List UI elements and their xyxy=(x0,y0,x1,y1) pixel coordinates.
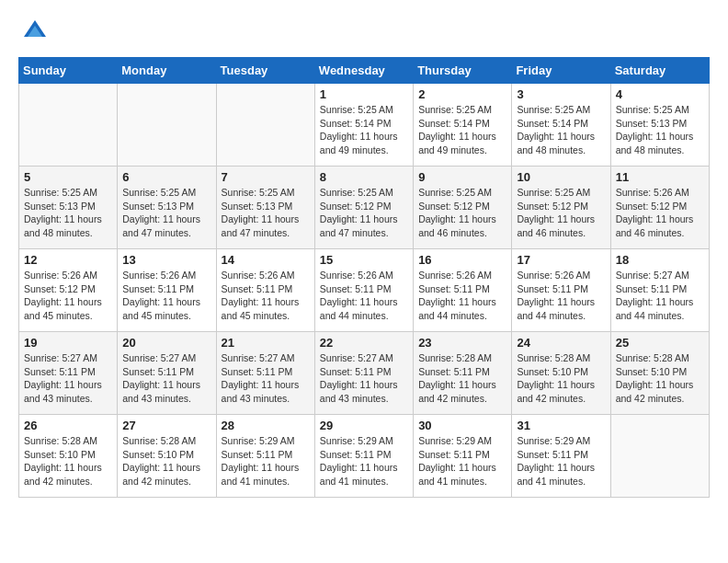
day-info: Sunrise: 5:27 AM Sunset: 5:11 PM Dayligh… xyxy=(24,351,112,406)
day-number: 4 xyxy=(616,87,704,101)
day-info: Sunrise: 5:25 AM Sunset: 5:14 PM Dayligh… xyxy=(418,103,506,157)
calendar-cell: 6 Sunrise: 5:25 AM Sunset: 5:13 PM Dayli… xyxy=(118,167,216,249)
calendar-cell xyxy=(216,84,314,167)
day-info: Sunrise: 5:29 AM Sunset: 5:11 PM Dayligh… xyxy=(418,434,506,488)
day-number: 9 xyxy=(418,170,506,184)
calendar-cell xyxy=(19,84,118,167)
day-info: Sunrise: 5:25 AM Sunset: 5:13 PM Dayligh… xyxy=(122,186,210,240)
day-info: Sunrise: 5:28 AM Sunset: 5:10 PM Dayligh… xyxy=(616,351,704,406)
calendar-cell: 24 Sunrise: 5:28 AM Sunset: 5:10 PM Dayl… xyxy=(512,332,610,415)
day-info: Sunrise: 5:27 AM Sunset: 5:11 PM Dayligh… xyxy=(616,269,704,323)
day-info: Sunrise: 5:27 AM Sunset: 5:11 PM Dayligh… xyxy=(122,351,210,406)
day-number: 14 xyxy=(222,253,310,267)
calendar-cell: 8 Sunrise: 5:25 AM Sunset: 5:12 PM Dayli… xyxy=(314,167,413,249)
calendar-cell: 25 Sunrise: 5:28 AM Sunset: 5:10 PM Dayl… xyxy=(610,332,709,415)
calendar-cell: 15 Sunrise: 5:26 AM Sunset: 5:11 PM Dayl… xyxy=(314,249,413,332)
day-number: 18 xyxy=(616,253,704,267)
day-info: Sunrise: 5:25 AM Sunset: 5:13 PM Dayligh… xyxy=(24,186,112,240)
day-number: 22 xyxy=(320,336,408,350)
day-header-monday: Monday xyxy=(118,58,216,84)
calendar-cell: 30 Sunrise: 5:29 AM Sunset: 5:11 PM Dayl… xyxy=(414,415,512,498)
day-number: 27 xyxy=(122,419,210,432)
logo xyxy=(18,18,48,48)
day-info: Sunrise: 5:25 AM Sunset: 5:14 PM Dayligh… xyxy=(320,103,408,157)
day-info: Sunrise: 5:27 AM Sunset: 5:11 PM Dayligh… xyxy=(222,351,310,406)
day-info: Sunrise: 5:26 AM Sunset: 5:11 PM Dayligh… xyxy=(517,269,605,323)
calendar-cell: 22 Sunrise: 5:27 AM Sunset: 5:11 PM Dayl… xyxy=(314,332,413,415)
day-info: Sunrise: 5:29 AM Sunset: 5:11 PM Dayligh… xyxy=(517,434,605,488)
day-info: Sunrise: 5:28 AM Sunset: 5:10 PM Dayligh… xyxy=(122,434,210,488)
day-number: 19 xyxy=(24,336,112,350)
day-number: 30 xyxy=(418,419,506,432)
day-info: Sunrise: 5:28 AM Sunset: 5:10 PM Dayligh… xyxy=(517,351,605,406)
day-info: Sunrise: 5:26 AM Sunset: 5:11 PM Dayligh… xyxy=(122,269,210,323)
calendar-cell: 13 Sunrise: 5:26 AM Sunset: 5:11 PM Dayl… xyxy=(118,249,216,332)
calendar-cell: 20 Sunrise: 5:27 AM Sunset: 5:11 PM Dayl… xyxy=(118,332,216,415)
day-header-friday: Friday xyxy=(512,58,610,84)
day-number: 2 xyxy=(418,87,506,101)
calendar-cell: 29 Sunrise: 5:29 AM Sunset: 5:11 PM Dayl… xyxy=(314,415,413,498)
day-number: 16 xyxy=(418,253,506,267)
day-info: Sunrise: 5:26 AM Sunset: 5:12 PM Dayligh… xyxy=(616,186,704,240)
day-number: 25 xyxy=(616,336,704,350)
calendar-cell: 17 Sunrise: 5:26 AM Sunset: 5:11 PM Dayl… xyxy=(512,249,610,332)
day-number: 1 xyxy=(320,87,408,101)
day-number: 13 xyxy=(122,253,210,267)
calendar-cell: 9 Sunrise: 5:25 AM Sunset: 5:12 PM Dayli… xyxy=(414,167,512,249)
day-number: 31 xyxy=(517,419,605,432)
day-header-thursday: Thursday xyxy=(414,58,512,84)
day-info: Sunrise: 5:25 AM Sunset: 5:13 PM Dayligh… xyxy=(222,186,310,240)
day-info: Sunrise: 5:26 AM Sunset: 5:11 PM Dayligh… xyxy=(222,269,310,323)
day-number: 20 xyxy=(122,336,210,350)
day-number: 26 xyxy=(24,419,112,432)
day-number: 5 xyxy=(24,170,112,184)
calendar-cell: 31 Sunrise: 5:29 AM Sunset: 5:11 PM Dayl… xyxy=(512,415,610,498)
day-number: 11 xyxy=(616,170,704,184)
day-number: 10 xyxy=(517,170,605,184)
calendar-cell: 27 Sunrise: 5:28 AM Sunset: 5:10 PM Dayl… xyxy=(118,415,216,498)
calendar-table: SundayMondayTuesdayWednesdayThursdayFrid… xyxy=(18,57,710,498)
day-info: Sunrise: 5:25 AM Sunset: 5:12 PM Dayligh… xyxy=(517,186,605,240)
day-info: Sunrise: 5:25 AM Sunset: 5:13 PM Dayligh… xyxy=(616,103,704,157)
day-header-saturday: Saturday xyxy=(610,58,709,84)
day-info: Sunrise: 5:26 AM Sunset: 5:11 PM Dayligh… xyxy=(320,269,408,323)
day-info: Sunrise: 5:29 AM Sunset: 5:11 PM Dayligh… xyxy=(222,434,310,488)
day-info: Sunrise: 5:25 AM Sunset: 5:14 PM Dayligh… xyxy=(517,103,605,157)
calendar-cell: 1 Sunrise: 5:25 AM Sunset: 5:14 PM Dayli… xyxy=(314,84,413,167)
calendar-cell: 19 Sunrise: 5:27 AM Sunset: 5:11 PM Dayl… xyxy=(19,332,118,415)
calendar-cell: 26 Sunrise: 5:28 AM Sunset: 5:10 PM Dayl… xyxy=(19,415,118,498)
day-header-tuesday: Tuesday xyxy=(216,58,314,84)
calendar-cell: 23 Sunrise: 5:28 AM Sunset: 5:11 PM Dayl… xyxy=(414,332,512,415)
calendar-cell: 18 Sunrise: 5:27 AM Sunset: 5:11 PM Dayl… xyxy=(610,249,709,332)
day-info: Sunrise: 5:28 AM Sunset: 5:11 PM Dayligh… xyxy=(418,351,506,406)
calendar-cell: 4 Sunrise: 5:25 AM Sunset: 5:13 PM Dayli… xyxy=(610,84,709,167)
calendar-cell: 11 Sunrise: 5:26 AM Sunset: 5:12 PM Dayl… xyxy=(610,167,709,249)
day-info: Sunrise: 5:26 AM Sunset: 5:12 PM Dayligh… xyxy=(24,269,112,323)
day-info: Sunrise: 5:26 AM Sunset: 5:11 PM Dayligh… xyxy=(418,269,506,323)
calendar-cell: 21 Sunrise: 5:27 AM Sunset: 5:11 PM Dayl… xyxy=(216,332,314,415)
page-header xyxy=(18,18,710,48)
calendar-cell: 3 Sunrise: 5:25 AM Sunset: 5:14 PM Dayli… xyxy=(512,84,610,167)
day-header-sunday: Sunday xyxy=(19,58,118,84)
day-number: 12 xyxy=(24,253,112,267)
day-number: 3 xyxy=(517,87,605,101)
day-number: 17 xyxy=(517,253,605,267)
calendar-cell: 16 Sunrise: 5:26 AM Sunset: 5:11 PM Dayl… xyxy=(414,249,512,332)
day-number: 15 xyxy=(320,253,408,267)
day-number: 7 xyxy=(222,170,310,184)
day-number: 6 xyxy=(122,170,210,184)
calendar-cell: 7 Sunrise: 5:25 AM Sunset: 5:13 PM Dayli… xyxy=(216,167,314,249)
calendar-cell: 14 Sunrise: 5:26 AM Sunset: 5:11 PM Dayl… xyxy=(216,249,314,332)
day-info: Sunrise: 5:27 AM Sunset: 5:11 PM Dayligh… xyxy=(320,351,408,406)
calendar-cell xyxy=(118,84,216,167)
day-number: 24 xyxy=(517,336,605,350)
day-header-wednesday: Wednesday xyxy=(314,58,413,84)
day-number: 8 xyxy=(320,170,408,184)
day-number: 23 xyxy=(418,336,506,350)
day-info: Sunrise: 5:28 AM Sunset: 5:10 PM Dayligh… xyxy=(24,434,112,488)
day-number: 29 xyxy=(320,419,408,432)
day-number: 21 xyxy=(222,336,310,350)
calendar-cell: 2 Sunrise: 5:25 AM Sunset: 5:14 PM Dayli… xyxy=(414,84,512,167)
calendar-cell xyxy=(610,415,709,498)
calendar-cell: 5 Sunrise: 5:25 AM Sunset: 5:13 PM Dayli… xyxy=(19,167,118,249)
